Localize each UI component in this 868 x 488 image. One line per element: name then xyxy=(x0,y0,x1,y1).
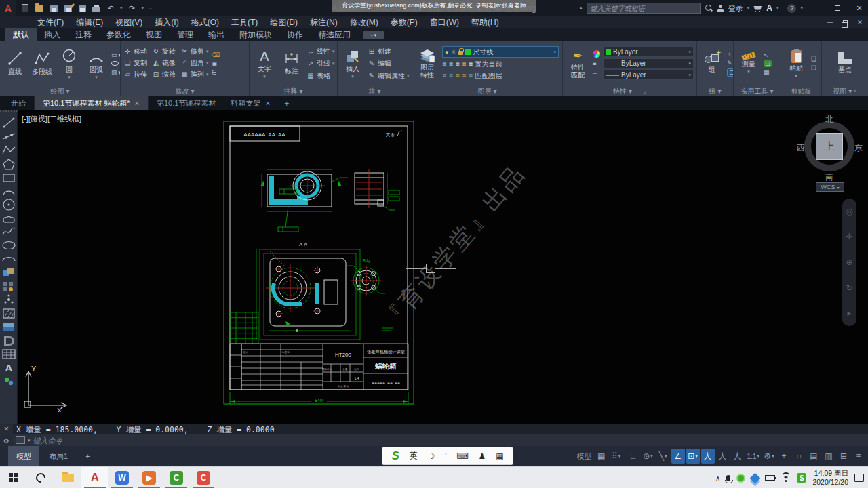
tool-move[interactable]: ✛移动 xyxy=(123,46,147,56)
viewcube-north[interactable]: 北 xyxy=(825,114,833,125)
redo-dropdown-icon[interactable]: ▾ xyxy=(142,5,144,11)
menu-draw[interactable]: 绘图(D) xyxy=(264,16,304,28)
new-file-icon[interactable] xyxy=(20,3,30,13)
full-navigation-wheel-icon[interactable]: ◎ xyxy=(846,207,852,216)
rectangle-tool-icon[interactable]: ▭ ▾ xyxy=(111,52,120,58)
viewcube-east[interactable]: 东 xyxy=(854,142,863,154)
menu-dimension[interactable]: 标注(N) xyxy=(304,16,344,28)
camtasia-recorder-button[interactable]: C xyxy=(190,467,217,488)
region-tool-icon[interactable] xyxy=(4,336,14,346)
close-button[interactable]: ✕ xyxy=(850,1,868,16)
new-tab-button[interactable]: + xyxy=(279,96,294,110)
menu-tools[interactable]: 工具(T) xyxy=(225,16,264,28)
tool-match-properties[interactable]: ✒ 特性匹配 xyxy=(566,42,590,85)
autodesk-account-icon[interactable]: A xyxy=(766,3,772,13)
qat-customize-icon[interactable]: ⌄ xyxy=(149,5,153,11)
polyline-tool-icon[interactable] xyxy=(3,146,15,154)
tool-copy[interactable]: ❏复制 xyxy=(123,58,147,68)
ime-punctuation-icon[interactable]: ' xyxy=(445,451,446,461)
linetype-icon[interactable]: ┉ xyxy=(593,69,600,77)
ellipse-tool-icon[interactable]: ▾ xyxy=(111,60,120,67)
menu-insert[interactable]: 插入(I) xyxy=(149,16,184,28)
tool-leader[interactable]: ↗引线▾ xyxy=(307,58,335,68)
tool-edit-block[interactable]: ✎编辑 xyxy=(368,58,410,68)
store-cart-icon[interactable] xyxy=(753,6,762,12)
tool-dimension[interactable]: 标注 xyxy=(279,42,304,85)
clean-screen-icon[interactable]: ⊞ xyxy=(837,449,850,464)
rectangle-tool-icon[interactable] xyxy=(3,174,14,182)
ribbon-tab-annotate[interactable]: 注释 xyxy=(68,28,99,41)
copy-clip-icon[interactable]: ❏ xyxy=(811,56,816,62)
ribbon-tab-output[interactable]: 输出 xyxy=(201,28,232,41)
mtext-tool-icon[interactable]: A xyxy=(5,362,13,373)
gradient-tool-icon[interactable] xyxy=(3,323,14,331)
tool-stretch[interactable]: ▱拉伸 xyxy=(123,69,147,79)
tool-rotate[interactable]: ↻旋转 xyxy=(152,46,176,56)
viewport-controls[interactable]: [-][俯视][二维线框] xyxy=(22,114,81,124)
menu-view[interactable]: 视图(V) xyxy=(109,16,149,28)
help-dropdown-icon[interactable]: ▾ xyxy=(800,5,803,11)
doc-close-button[interactable]: ✕ xyxy=(853,17,867,28)
model-space-indicator[interactable]: 模型 xyxy=(576,449,593,464)
polygon-tool-icon[interactable] xyxy=(3,159,14,169)
polar-tracking-icon[interactable]: ⊙▾ xyxy=(642,449,655,464)
ribbon-tab-parametric[interactable]: 参数化 xyxy=(99,28,138,41)
autocad-taskbar-button[interactable]: A xyxy=(81,467,108,488)
workspace-switching-icon[interactable]: ⚙▾ xyxy=(762,449,776,464)
ungroup-icon[interactable]: ✧ xyxy=(727,51,733,58)
layer-vpfreeze-icon[interactable]: ≣ xyxy=(449,73,454,79)
panel-label-properties[interactable]: 特性▾⌟ xyxy=(563,86,696,96)
wcs-selector[interactable]: WCS▾ xyxy=(816,182,844,192)
layout1-tab[interactable]: 布局1 xyxy=(41,446,76,466)
tool-group[interactable]: ✦ 组 xyxy=(700,42,724,85)
line-tool-icon[interactable] xyxy=(3,118,14,127)
layer-match-icon[interactable]: ≣ xyxy=(469,73,473,79)
recent-commands-dropdown-icon[interactable]: ▾ xyxy=(28,438,31,443)
arc-tool-icon[interactable] xyxy=(3,191,14,195)
ellipse-tool-icon[interactable] xyxy=(3,242,15,249)
panel-label-utilities[interactable]: 实用工具▾ xyxy=(734,86,781,96)
tool-arc[interactable]: 圆弧▾ xyxy=(84,42,108,85)
undo-icon[interactable]: ↶ xyxy=(106,3,115,13)
annotation-visibility-icon[interactable]: 人 xyxy=(701,449,715,464)
layer-freeze2-icon[interactable]: ≣ xyxy=(455,61,460,67)
close-tab-icon[interactable]: ✕ xyxy=(265,100,271,107)
tool-linear[interactable]: ↔线性▾ xyxy=(307,46,335,56)
file-explorer-button[interactable] xyxy=(54,467,81,488)
menu-modify[interactable]: 修改(M) xyxy=(344,16,384,28)
menu-help[interactable]: 帮助(H) xyxy=(465,16,505,28)
layer-off-icon[interactable]: ≣ xyxy=(442,61,447,67)
object-snap-icon[interactable]: ⊡▾ xyxy=(686,449,700,464)
tool-fillet[interactable]: ◜圆角▾ xyxy=(180,58,209,68)
ime-toolbox-icon[interactable]: ▦ xyxy=(496,451,503,461)
tool-circle[interactable]: 圆▾ xyxy=(57,42,81,85)
group-edit-icon[interactable]: ✎ xyxy=(727,60,733,66)
lineweight-icon[interactable]: ≡ xyxy=(593,60,600,67)
ribbon-display-toggle[interactable]: ▪ ▾ xyxy=(363,30,384,39)
quick-calc-icon[interactable]: ⊡ xyxy=(764,60,772,67)
taskbar-clock[interactable]: 14:09 周日 2020/12/20 xyxy=(812,469,848,487)
help-icon[interactable]: ? xyxy=(787,4,796,13)
ribbon-tab-featured[interactable]: 精选应用 xyxy=(311,28,358,41)
tray-expand-icon[interactable]: ∧ xyxy=(715,474,720,482)
save-as-icon[interactable] xyxy=(63,3,73,13)
file-tab-start[interactable]: 开始 xyxy=(3,96,35,110)
tool-base-point[interactable]: 基点 xyxy=(833,42,857,85)
ime-moon-icon[interactable]: ☽ xyxy=(428,451,435,461)
create-block-tool-icon[interactable] xyxy=(3,282,13,291)
minimize-button[interactable]: — xyxy=(807,1,825,16)
tool-measure[interactable]: 测量▾ xyxy=(736,42,761,85)
object-snap-tracking-icon[interactable]: ∠ xyxy=(671,449,685,464)
ribbon-tab-insert[interactable]: 插入 xyxy=(37,28,68,41)
pan-icon[interactable]: ✛ xyxy=(846,232,852,241)
layer-merge-icon[interactable]: ≣ xyxy=(455,73,460,79)
linetype-combo[interactable]: ——ByLayer▾ xyxy=(603,70,694,80)
xline-tool-icon[interactable] xyxy=(3,134,15,139)
tool-table[interactable]: ▦表格 xyxy=(307,70,335,81)
circle-tool-icon[interactable] xyxy=(3,199,14,210)
panel-label-draw[interactable]: 绘图▾ xyxy=(0,86,120,96)
ribbon-tab-view[interactable]: 视图 xyxy=(138,28,170,41)
viewcube-west[interactable]: 西 xyxy=(797,142,805,154)
annotation-scale-value[interactable]: 1:1▾ xyxy=(746,449,761,464)
ime-user-icon[interactable]: ♟ xyxy=(479,451,486,461)
